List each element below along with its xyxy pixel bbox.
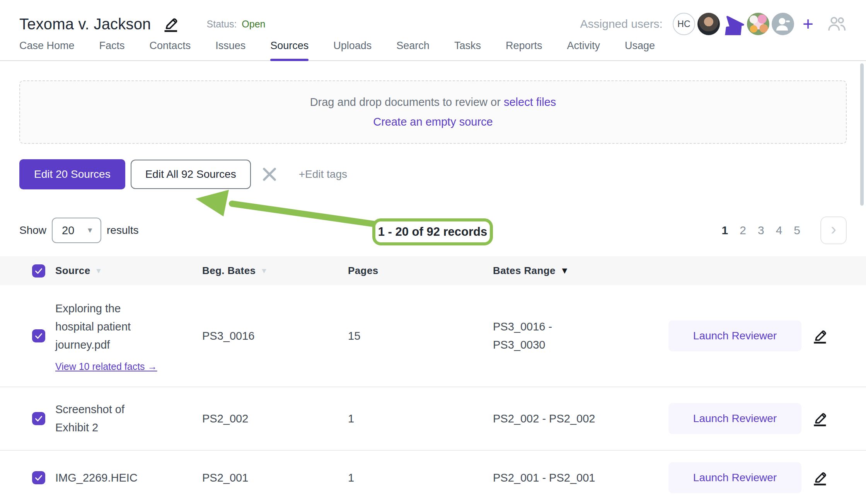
edit-all-sources-button[interactable]: Edit All 92 Sources <box>131 160 251 189</box>
tab-uploads[interactable]: Uploads <box>333 40 372 60</box>
sort-caret-icon: ▼ <box>95 267 102 275</box>
page-number-3[interactable]: 3 <box>758 224 764 237</box>
source-name[interactable]: Exploring the hospital patient journey.p… <box>55 300 202 354</box>
assigned-users-label: Assigned users: <box>580 17 663 31</box>
case-header: Texoma v. Jackson Status: Open Assigned … <box>0 0 866 37</box>
case-title: Texoma v. Jackson <box>19 15 151 33</box>
table-row: Screenshot of Exhibit 2 PS2_002 1 PS2_00… <box>0 387 866 451</box>
case-nav: Case Home Facts Contacts Issues Sources … <box>0 37 866 61</box>
column-header-pages[interactable]: Pages <box>348 265 493 277</box>
edit-tags-button[interactable]: +Edit tags <box>299 168 347 180</box>
tab-usage[interactable]: Usage <box>625 40 655 60</box>
drag-drop-text: Drag and drop documents to review or <box>310 96 501 108</box>
case-status: Status: Open <box>207 19 266 30</box>
tab-tasks[interactable]: Tasks <box>454 40 481 60</box>
pages-cell: 1 <box>348 472 493 484</box>
records-count-badge: 1 - 20 of 92 records <box>372 218 493 245</box>
table-row: IMG_2269.HEIC PS2_001 1 PS2_001 - PS2_00… <box>0 451 866 504</box>
column-header-bates-range[interactable]: Bates Range ▼ <box>493 265 663 277</box>
clear-selection-icon[interactable] <box>262 167 277 182</box>
column-header-beg-bates[interactable]: Beg. Bates ▼ <box>202 265 348 277</box>
source-name-cell: IMG_2269.HEIC <box>55 469 202 487</box>
pages-cell: 15 <box>348 330 493 342</box>
related-facts-link[interactable]: View 10 related facts → <box>55 361 202 372</box>
tab-sources[interactable]: Sources <box>270 40 309 60</box>
avatar-default-icon[interactable] <box>772 13 794 35</box>
edit-source-icon[interactable] <box>811 327 828 344</box>
row-checkbox[interactable] <box>32 329 45 342</box>
tab-facts[interactable]: Facts <box>99 40 125 60</box>
row-checkbox[interactable] <box>32 412 45 425</box>
pagination: 1 2 3 4 5 › <box>722 216 847 244</box>
vertical-scrollbar[interactable] <box>860 63 864 206</box>
launch-reviewer-button[interactable]: Launch Reviewer <box>668 403 801 434</box>
sources-table: Source ▼ Beg. Bates ▼ Pages Bates Range … <box>0 256 866 504</box>
source-name[interactable]: IMG_2269.HEIC <box>55 469 202 487</box>
edit-selected-sources-button[interactable]: Edit 20 Sources <box>19 159 125 189</box>
upload-dropzone[interactable]: Drag and drop documents to review or sel… <box>19 80 847 144</box>
launch-reviewer-button[interactable]: Launch Reviewer <box>668 320 801 351</box>
create-empty-source-row: Create an empty source <box>373 116 493 128</box>
table-header-row: Source ▼ Beg. Bates ▼ Pages Bates Range … <box>0 256 866 285</box>
chevron-right-icon: › <box>831 221 836 237</box>
create-empty-source-link[interactable]: Create an empty source <box>373 116 493 128</box>
column-header-source[interactable]: Source ▼ <box>55 265 202 277</box>
tab-search[interactable]: Search <box>396 40 430 60</box>
page-number-4[interactable]: 4 <box>776 224 782 237</box>
status-label: Status: <box>207 19 237 29</box>
page-number-5[interactable]: 5 <box>794 224 800 237</box>
edit-source-icon[interactable] <box>811 469 828 486</box>
tab-issues[interactable]: Issues <box>215 40 245 60</box>
avatar-flowers[interactable] <box>747 13 769 35</box>
tab-case-home[interactable]: Case Home <box>19 40 75 60</box>
bates-range-cell: PS3_0016 - PS3_0030 <box>493 318 663 354</box>
beg-bates-cell: PS2_001 <box>202 472 348 484</box>
tab-contacts[interactable]: Contacts <box>150 40 191 60</box>
sort-caret-active-icon: ▼ <box>560 266 569 276</box>
row-actions: Launch Reviewer <box>663 320 847 351</box>
edit-source-icon[interactable] <box>811 410 828 427</box>
avatar-logo[interactable] <box>722 13 745 35</box>
bates-range-cell: PS2_002 - PS2_002 <box>493 410 663 428</box>
launch-reviewer-button[interactable]: Launch Reviewer <box>668 462 801 493</box>
row-checkbox[interactable] <box>32 471 45 484</box>
beg-bates-cell: PS2_002 <box>202 412 348 425</box>
edit-case-title-icon[interactable] <box>162 15 180 33</box>
source-name[interactable]: Screenshot of Exhibit 2 <box>55 400 202 437</box>
manage-users-icon[interactable] <box>827 15 847 32</box>
tab-activity[interactable]: Activity <box>567 40 600 60</box>
avatar-photo[interactable] <box>697 13 720 35</box>
select-all-checkbox[interactable] <box>32 264 45 278</box>
avatar-initials[interactable]: HC <box>673 13 695 35</box>
assigned-users-area: Assigned users: HC + <box>580 13 847 35</box>
page-size-select[interactable]: 20 ▼ <box>52 218 101 243</box>
status-value: Open <box>242 19 265 29</box>
row-actions: Launch Reviewer <box>663 462 847 493</box>
next-page-button[interactable]: › <box>820 216 847 244</box>
add-user-button[interactable]: + <box>803 15 813 33</box>
page-number-1[interactable]: 1 <box>722 224 728 237</box>
source-name-cell: Screenshot of Exhibit 2 <box>55 400 202 437</box>
results-label: results <box>107 224 138 237</box>
show-label: Show <box>19 224 46 237</box>
chevron-down-icon: ▼ <box>86 226 94 235</box>
sources-page: Texoma v. Jackson Status: Open Assigned … <box>0 0 866 504</box>
bulk-edit-toolbar: Edit 20 Sources Edit All 92 Sources +Edi… <box>19 159 847 189</box>
select-files-link[interactable]: select files <box>504 96 556 108</box>
table-row: Exploring the hospital patient journey.p… <box>0 285 866 387</box>
sort-caret-icon: ▼ <box>260 267 268 275</box>
pages-cell: 1 <box>348 412 493 425</box>
dropzone-text: Drag and drop documents to review or sel… <box>310 96 556 109</box>
beg-bates-cell: PS3_0016 <box>202 330 348 342</box>
source-name-cell: Exploring the hospital patient journey.p… <box>55 300 202 372</box>
page-number-2[interactable]: 2 <box>740 224 746 237</box>
row-actions: Launch Reviewer <box>663 403 847 434</box>
bates-range-cell: PS2_001 - PS2_001 <box>493 469 663 487</box>
tab-reports[interactable]: Reports <box>506 40 542 60</box>
page-size-value: 20 <box>62 224 86 237</box>
